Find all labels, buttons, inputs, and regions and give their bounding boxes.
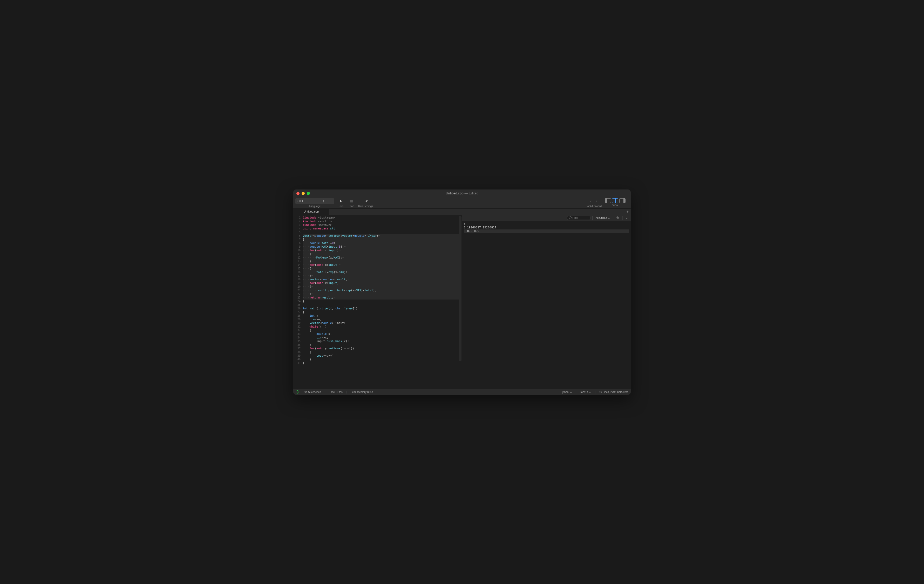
line-number: 35 (293, 340, 303, 343)
view-dual-panel-button[interactable] (612, 198, 618, 203)
code-line[interactable]: } (303, 361, 462, 365)
code-line[interactable]: for(auto y:softmax(input)) (303, 347, 462, 350)
code-line[interactable]: ····}¬ (303, 274, 462, 278)
code-line[interactable] (303, 303, 462, 307)
code-line[interactable]: ····double·total=0;¬ (303, 241, 462, 245)
run-label: Run (339, 205, 343, 208)
line-number: 4 (293, 227, 303, 231)
new-tab-button[interactable]: + (627, 210, 629, 214)
code-line[interactable]: ····for(auto·x:input)¬ (303, 263, 462, 267)
line-number: 40 (293, 358, 303, 361)
code-line[interactable] (303, 231, 462, 234)
code-line[interactable]: ····{¬ (303, 252, 462, 256)
code-line[interactable]: ····{¬ (303, 285, 462, 289)
line-number: 33 (293, 332, 303, 336)
code-line[interactable]: ····for(auto·x:input)¬ (303, 281, 462, 285)
line-number: 38 (293, 350, 303, 354)
code-line[interactable]: cin>>n; (303, 318, 462, 321)
view-right-panel-button[interactable] (619, 198, 625, 203)
line-number: 39 (293, 354, 303, 358)
tabbar: Untitled.cpp + (293, 209, 631, 215)
filter-input[interactable] (573, 216, 586, 219)
code-line[interactable]: int n; (303, 314, 462, 318)
status-symbol[interactable]: Symbol▴▾ (560, 391, 572, 393)
code-line[interactable]: using namespace std; (303, 227, 462, 231)
output-filter[interactable] (567, 216, 591, 220)
code-line[interactable]: } (303, 300, 462, 303)
code-line[interactable]: int main(int argc, char *argv[]) (303, 307, 462, 310)
line-number: 18 (293, 278, 303, 281)
line-gutter: 1234567891011121314151617181920212223242… (293, 215, 303, 389)
code-line[interactable]: while(n--) (303, 325, 462, 328)
code-line[interactable]: ····vector<double>·result;¬ (303, 278, 462, 281)
line-number: 30 (293, 321, 303, 325)
code-line[interactable]: #include <vector> (303, 219, 462, 223)
code-line[interactable]: input.push_back(x); (303, 340, 462, 343)
close-icon[interactable] (296, 192, 300, 195)
filter-icon (569, 216, 571, 219)
code-line[interactable]: ····double·MAX=input[0];¬ (303, 245, 462, 249)
language-select[interactable]: C++▴▾ (295, 198, 334, 204)
code-line[interactable]: ····return·result;¬ (303, 296, 462, 300)
code-line[interactable]: } (303, 343, 462, 347)
code-line[interactable]: { (303, 350, 462, 354)
traffic-lights (293, 192, 310, 195)
run-settings-button[interactable] (363, 198, 370, 204)
code-line[interactable]: ········MAX=max(x,MAX);¬ (303, 256, 462, 259)
code-line[interactable]: ····{¬ (303, 267, 462, 271)
code-line[interactable]: } (303, 358, 462, 361)
run-button[interactable] (337, 198, 345, 204)
line-number: 12 (293, 256, 303, 259)
code-line[interactable]: #include <math.h> (303, 223, 462, 227)
line-number: 41 (293, 361, 303, 365)
code-line[interactable]: #include <iostream> (303, 216, 462, 219)
minimize-icon[interactable] (302, 192, 305, 195)
line-number: 15 (293, 267, 303, 271)
code-line[interactable]: vector<double> input; (303, 321, 462, 325)
status-time: Time 10 ms (329, 391, 343, 393)
maximize-icon[interactable] (307, 192, 310, 195)
language-label: Language (309, 205, 321, 208)
stop-label: Stop (349, 205, 354, 208)
trash-icon[interactable]: 🗑 (615, 216, 620, 219)
forward-button[interactable]: › (594, 198, 599, 204)
editor-pane[interactable]: 1234567891011121314151617181920212223242… (293, 215, 462, 389)
success-icon: ✓ (296, 390, 299, 393)
line-number: 5 (293, 231, 303, 234)
code-line[interactable]: ····}¬ (303, 292, 462, 296)
code-line[interactable]: ········total+=exp(x-MAX);¬ (303, 271, 462, 274)
code-line[interactable]: double x; (303, 332, 462, 336)
line-number: 22 (293, 292, 303, 296)
code-line[interactable]: cin>>x; (303, 336, 462, 340)
line-number: 27 (293, 310, 303, 314)
view-left-panel-button[interactable] (605, 198, 611, 203)
line-number: 10 (293, 249, 303, 252)
app-window: Untitled.cpp — Edited C++▴▾ Language Run (293, 190, 631, 395)
code-line[interactable]: vector<double>·softmax(vector<double>·in… (303, 234, 462, 238)
output-line: 0 0.5 0.5 (464, 229, 629, 233)
code-line[interactable]: { (303, 310, 462, 314)
code-line[interactable]: cout<<y<<' '; (303, 354, 462, 358)
output-body[interactable]: 30 19260817 192608170 0.5 0.5 (462, 221, 631, 389)
code-editor[interactable]: #include <iostream>#include <vector>#inc… (303, 215, 462, 389)
status-tabs[interactable]: Tabs: 4▴▾ (580, 391, 591, 393)
stop-button[interactable] (348, 198, 355, 204)
line-number: 14 (293, 263, 303, 267)
line-number: 13 (293, 259, 303, 263)
code-line[interactable]: ····}¬ (303, 259, 462, 263)
code-line[interactable]: ····for(auto·x:input)¬ (303, 249, 462, 252)
chevron-down-icon[interactable]: ⌄ (624, 216, 629, 219)
code-line[interactable]: ········result.push_back(exp(x-MAX)/tota… (303, 289, 462, 292)
line-number: 36 (293, 343, 303, 347)
line-number: 8 (293, 241, 303, 245)
titlebar[interactable]: Untitled.cpp — Edited (293, 190, 631, 197)
line-number: 29 (293, 318, 303, 321)
line-number: 25 (293, 303, 303, 307)
code-line[interactable]: {¬ (303, 238, 462, 241)
code-line[interactable]: { (303, 328, 462, 332)
tab-untitled[interactable]: Untitled.cpp (293, 209, 329, 214)
line-number: 9 (293, 245, 303, 249)
line-number: 31 (293, 325, 303, 328)
output-mode-select[interactable]: All Output▴▾ (595, 216, 611, 219)
back-button[interactable]: ‹ (588, 198, 593, 204)
